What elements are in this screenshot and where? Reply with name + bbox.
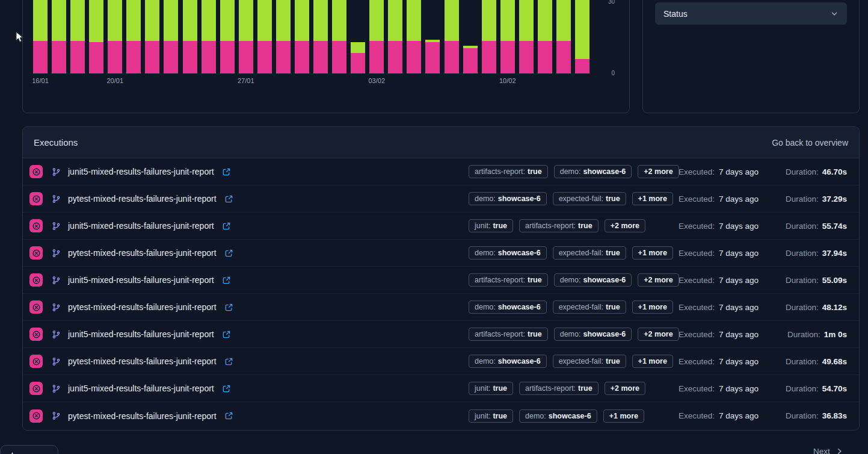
bar-segment-failed	[70, 41, 85, 73]
tag: artifacts-report:true	[519, 219, 599, 232]
more-tags-badge[interactable]: +2 more	[638, 328, 679, 341]
execution-name: junit5-mixed-results-failures-junit-repo…	[68, 275, 214, 285]
duration-label: Duration:	[786, 249, 819, 258]
git-branch-icon	[52, 411, 61, 420]
execution-row[interactable]: pytest-mixed-results-failures-junit-repo…	[23, 348, 859, 375]
execution-row[interactable]: junit5-mixed-results-failures-junit-repo…	[23, 321, 859, 348]
bar-segment-failed	[89, 42, 103, 73]
chart-bar	[239, 0, 253, 73]
duration: Duration:55.09s	[775, 276, 847, 285]
more-tags-badge[interactable]: +1 more	[632, 355, 673, 368]
status-failed-icon	[29, 192, 43, 205]
bar-segment-failed	[220, 41, 235, 73]
execution-row[interactable]: pytest-mixed-results-failures-junit-repo…	[23, 240, 859, 267]
execution-name: pytest-mixed-results-failures-junit-repo…	[68, 302, 217, 312]
executed-value: 7 days ago	[719, 194, 759, 204]
status-filter-label: Status	[663, 9, 688, 19]
tag: demo:showcase-6	[469, 246, 547, 260]
execution-row[interactable]: junit5-mixed-results-failures-junit-repo…	[23, 375, 859, 402]
more-tags-badge[interactable]: +2 more	[638, 165, 679, 178]
execution-row[interactable]: pytest-mixed-results-failures-junit-repo…	[23, 294, 859, 321]
external-link-icon[interactable]	[224, 249, 233, 258]
execution-name: junit5-mixed-results-failures-junit-repo…	[68, 384, 214, 393]
tag-value: showcase-6	[498, 303, 541, 311]
external-link-icon[interactable]	[222, 222, 231, 231]
execution-row[interactable]: pytest-mixed-results-failures-junit-repo…	[23, 402, 859, 429]
tag-value: showcase-6	[549, 412, 591, 420]
external-link-icon[interactable]	[222, 276, 231, 285]
tag-label: artifacts-report:	[525, 222, 576, 230]
tag: demo:showcase-6	[469, 300, 547, 314]
bar-segment-passed	[164, 0, 178, 41]
next-label: Next	[813, 447, 830, 454]
bar-segment-failed	[425, 42, 440, 73]
status-failed-icon	[29, 246, 43, 260]
bar-segment-passed	[70, 0, 85, 41]
external-link-icon[interactable]	[224, 411, 233, 420]
tag: demo:showcase-6	[554, 165, 632, 178]
bar-segment-passed	[52, 0, 66, 41]
bar-segment-passed	[239, 0, 253, 41]
chevron-down-icon	[830, 10, 839, 18]
bar-segment-failed	[332, 41, 346, 73]
status-failed-icon	[29, 409, 43, 423]
tag: junit:true	[469, 409, 513, 423]
more-tags-badge[interactable]: +1 more	[603, 409, 644, 423]
external-link-icon[interactable]	[224, 303, 233, 312]
tag-value: true	[493, 384, 507, 393]
chart-bar	[126, 0, 141, 73]
status-failed-icon	[29, 219, 43, 232]
execution-row[interactable]: junit5-mixed-results-failures-junit-repo…	[23, 213, 859, 240]
tag-value: true	[493, 222, 507, 230]
execution-row[interactable]: junit5-mixed-results-failures-junit-repo…	[23, 158, 859, 185]
execution-name-wrap: junit5-mixed-results-failures-junit-repo…	[61, 167, 469, 176]
execution-name-wrap: junit5-mixed-results-failures-junit-repo…	[61, 275, 469, 285]
duration-value: 46.70s	[822, 167, 847, 176]
executed-label: Executed:	[679, 357, 715, 366]
duration: Duration:54.70s	[775, 384, 847, 393]
bar-segment-passed	[89, 0, 103, 42]
next-page-button[interactable]: Next	[813, 447, 843, 454]
status-filter-dropdown[interactable]: Status	[655, 2, 847, 25]
status-failed-icon	[29, 273, 43, 287]
execution-row[interactable]: pytest-mixed-results-failures-junit-repo…	[23, 185, 859, 213]
tag: expected-fail:true	[553, 246, 626, 260]
tag-value: true	[606, 194, 620, 203]
more-tags-badge[interactable]: +2 more	[638, 273, 679, 287]
status-failed-icon	[29, 382, 43, 395]
chart-bar	[538, 0, 552, 73]
duration-label: Duration:	[786, 411, 819, 420]
bar-segment-failed	[351, 53, 365, 73]
bar-segment-passed	[33, 0, 48, 41]
tag: demo:showcase-6	[469, 355, 547, 368]
duration-value: 54.70s	[822, 384, 847, 393]
tag: artifacts-report:true	[469, 165, 548, 178]
external-link-icon[interactable]	[222, 384, 231, 393]
duration-value: 55.74s	[822, 222, 847, 231]
executed-label: Executed:	[679, 194, 715, 204]
more-tags-badge[interactable]: +1 more	[632, 246, 673, 260]
external-link-icon[interactable]	[224, 357, 233, 366]
go-back-to-overview-link[interactable]: Go back to overview	[772, 138, 848, 148]
more-tags-badge[interactable]: +2 more	[605, 219, 645, 232]
copilot-button[interactable]: Copilot	[0, 445, 58, 454]
executions-header: Executions Go back to overview	[23, 127, 859, 158]
chart-bar	[445, 0, 459, 73]
executions-title: Executions	[34, 137, 78, 148]
bar-segment-failed	[313, 41, 328, 73]
more-tags-badge[interactable]: +1 more	[632, 300, 673, 314]
more-tags-badge[interactable]: +1 more	[632, 192, 673, 205]
status-failed-icon	[29, 355, 43, 368]
external-link-icon[interactable]	[222, 167, 231, 176]
external-link-icon[interactable]	[222, 330, 231, 339]
tag-label: demo:	[525, 412, 546, 420]
tag: artifacts-report:true	[469, 273, 548, 287]
chart-bar	[164, 0, 178, 73]
bar-segment-passed	[145, 0, 159, 41]
bar-segment-passed	[220, 0, 235, 41]
more-tags-badge[interactable]: +2 more	[605, 382, 645, 395]
external-link-icon[interactable]	[224, 194, 233, 204]
tag-value: true	[493, 412, 507, 420]
tag-label: demo:	[560, 276, 581, 284]
execution-row[interactable]: junit5-mixed-results-failures-junit-repo…	[23, 267, 859, 294]
